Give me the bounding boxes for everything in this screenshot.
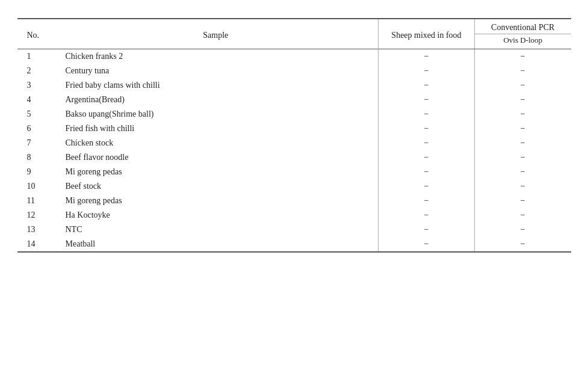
cell-sample: Chicken stock bbox=[54, 136, 379, 150]
table-row: 14Meatball−− bbox=[17, 237, 571, 252]
cell-sample: Beef stock bbox=[54, 179, 379, 194]
cell-ovis: − bbox=[475, 78, 571, 93]
cell-sample: Century tuna bbox=[54, 64, 379, 78]
cell-sample: Mi goreng pedas bbox=[54, 194, 379, 208]
cell-ovis: − bbox=[475, 93, 571, 107]
cell-sheep: − bbox=[379, 93, 475, 107]
cell-no: 5 bbox=[17, 107, 54, 121]
cell-sheep: − bbox=[379, 78, 475, 93]
cell-ovis: − bbox=[475, 208, 571, 222]
table-row: 6Fried fish with chilli−− bbox=[17, 121, 571, 136]
cell-ovis: − bbox=[475, 136, 571, 150]
cell-sample: Ha Koctoyke bbox=[54, 208, 379, 222]
cell-sheep: − bbox=[379, 208, 475, 222]
table-row: 7Chicken stock−− bbox=[17, 136, 571, 150]
header-row-1: No. Sample Sheep mixed in food Conventio… bbox=[17, 19, 571, 34]
cell-no: 2 bbox=[17, 64, 54, 78]
cell-no: 13 bbox=[17, 222, 54, 237]
col-sample-header: Sample bbox=[54, 19, 379, 49]
table-row: 12Ha Koctoyke−− bbox=[17, 208, 571, 222]
cell-ovis: − bbox=[475, 179, 571, 194]
cell-ovis: − bbox=[475, 121, 571, 136]
cell-no: 7 bbox=[17, 136, 54, 150]
cell-ovis: − bbox=[475, 194, 571, 208]
table-row: 10Beef stock−− bbox=[17, 179, 571, 194]
cell-sample: Beef flavor noodle bbox=[54, 150, 379, 165]
cell-sheep: − bbox=[379, 136, 475, 150]
cell-no: 6 bbox=[17, 121, 54, 136]
cell-sample: Meatball bbox=[54, 237, 379, 252]
cell-sample: Fried fish with chilli bbox=[54, 121, 379, 136]
cell-no: 9 bbox=[17, 165, 54, 179]
cell-sample: Argentina(Bread) bbox=[54, 93, 379, 107]
cell-ovis: − bbox=[475, 150, 571, 165]
cell-sheep: − bbox=[379, 237, 475, 252]
cell-no: 4 bbox=[17, 93, 54, 107]
cell-no: 1 bbox=[17, 49, 54, 64]
table-row: 13NTC−− bbox=[17, 222, 571, 237]
col-ovis-header: Ovis D-loop bbox=[475, 34, 571, 49]
table-row: 1Chicken franks 2−− bbox=[17, 49, 571, 64]
col-no-header: No. bbox=[17, 19, 54, 49]
table-row: 8Beef flavor noodle−− bbox=[17, 150, 571, 165]
table-row: 9Mi goreng pedas−− bbox=[17, 165, 571, 179]
table-row: 4Argentina(Bread)−− bbox=[17, 93, 571, 107]
cell-sheep: − bbox=[379, 64, 475, 78]
cell-sheep: − bbox=[379, 165, 475, 179]
cell-sheep: − bbox=[379, 49, 475, 64]
cell-ovis: − bbox=[475, 64, 571, 78]
cell-ovis: − bbox=[475, 49, 571, 64]
cell-no: 8 bbox=[17, 150, 54, 165]
cell-no: 12 bbox=[17, 208, 54, 222]
col-sheep-header: Sheep mixed in food bbox=[379, 19, 475, 49]
cell-sample: NTC bbox=[54, 222, 379, 237]
cell-no: 10 bbox=[17, 179, 54, 194]
cell-sheep: − bbox=[379, 194, 475, 208]
cell-no: 14 bbox=[17, 237, 54, 252]
cell-sample: Fried baby clams with chilli bbox=[54, 78, 379, 93]
cell-sheep: − bbox=[379, 107, 475, 121]
cell-no: 3 bbox=[17, 78, 54, 93]
cell-ovis: − bbox=[475, 107, 571, 121]
table-row: 2Century tuna−− bbox=[17, 64, 571, 78]
cell-ovis: − bbox=[475, 165, 571, 179]
table-row: 5Bakso upang(Shrime ball)−− bbox=[17, 107, 571, 121]
cell-sheep: − bbox=[379, 222, 475, 237]
cell-sample: Chicken franks 2 bbox=[54, 49, 379, 64]
cell-no: 11 bbox=[17, 194, 54, 208]
data-table: No. Sample Sheep mixed in food Conventio… bbox=[17, 18, 571, 253]
table-row: 11Mi goreng pedas−− bbox=[17, 194, 571, 208]
table-row: 3Fried baby clams with chilli−− bbox=[17, 78, 571, 93]
cell-sample: Mi goreng pedas bbox=[54, 165, 379, 179]
cell-sample: Bakso upang(Shrime ball) bbox=[54, 107, 379, 121]
cell-ovis: − bbox=[475, 237, 571, 252]
table-body: 1Chicken franks 2−−2Century tuna−−3Fried… bbox=[17, 49, 571, 253]
col-pcr-group-header: Conventional PCR bbox=[475, 19, 571, 34]
cell-ovis: − bbox=[475, 222, 571, 237]
cell-sheep: − bbox=[379, 179, 475, 194]
table-wrapper: No. Sample Sheep mixed in food Conventio… bbox=[17, 18, 571, 253]
cell-sheep: − bbox=[379, 121, 475, 136]
cell-sheep: − bbox=[379, 150, 475, 165]
